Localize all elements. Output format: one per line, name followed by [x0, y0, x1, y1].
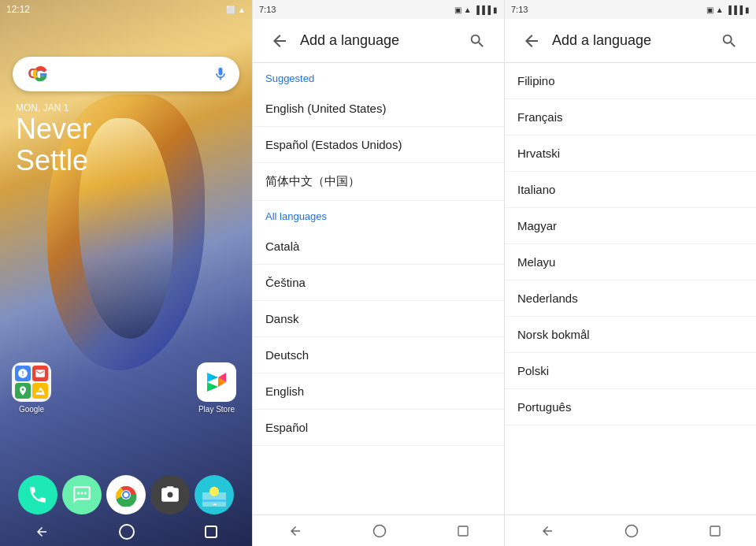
battery-icon: ▮: [493, 6, 498, 14]
right-panel-time: 7:13: [511, 5, 528, 14]
phone-app-icon: [18, 475, 57, 514]
phone-status-icons: ⬜ ▲: [226, 6, 246, 14]
phone-status-bar: 12:12 ⬜ ▲: [0, 0, 252, 19]
right-panel-search-btn[interactable]: [715, 27, 743, 55]
all-languages-header: All languages: [253, 201, 504, 228]
play-store-label: Play Store: [198, 405, 235, 414]
right-panel-status-bar: 7:13 ▣ ▲ ▐▐▐ ▮: [505, 0, 756, 19]
phone-back-nav[interactable]: [35, 525, 49, 539]
dock-phone-icon[interactable]: [18, 475, 57, 514]
lang-item-english[interactable]: English: [253, 373, 504, 410]
lang-item-cestina[interactable]: Čeština: [253, 265, 504, 301]
dock-camera-icon[interactable]: [150, 475, 190, 514]
svg-marker-3: [207, 373, 218, 382]
lang-item-nederlands[interactable]: Nederlands: [505, 280, 756, 317]
chrome-app-icon: [106, 475, 146, 514]
left-recents-nav[interactable]: [457, 525, 469, 537]
lang-item-polski[interactable]: Polski: [505, 353, 756, 389]
google-search-bar[interactable]: G G: [13, 57, 239, 91]
svg-point-7: [77, 492, 80, 494]
left-back-nav[interactable]: [288, 524, 302, 538]
chat-app-icon: [62, 475, 102, 514]
right-panel-title: Add a language: [552, 32, 715, 49]
lang-item-hrvatski[interactable]: Hrvatski: [505, 136, 756, 172]
svg-rect-18: [202, 500, 226, 502]
phone-dock: ☁: [0, 475, 252, 514]
google-apps-label: Google: [19, 405, 44, 414]
signal-icon: ▲: [238, 6, 246, 14]
svg-point-22: [625, 525, 637, 537]
left-panel-time: 7:13: [259, 5, 276, 14]
phone-recents-nav[interactable]: [205, 526, 217, 538]
lang-item-francais[interactable]: Français: [505, 99, 756, 136]
phone-date-day: MON, JAN 1: [16, 102, 91, 113]
left-home-nav[interactable]: [372, 524, 387, 538]
lang-item-magyar[interactable]: Magyar: [505, 208, 756, 244]
lang-item-catala[interactable]: Català: [253, 228, 504, 265]
right-panel-lang-list: Filipino Français Hrvatski Italiano Magy…: [505, 63, 756, 514]
svg-point-9: [84, 492, 87, 494]
lang-item-espanol[interactable]: Español: [253, 410, 504, 446]
phone-time: 12:12: [6, 4, 30, 15]
battery-icon-r: ▮: [745, 6, 750, 14]
phone-date-widget: MON, JAN 1 Never Settle: [16, 102, 91, 176]
camera-app-icon: [150, 475, 190, 514]
left-panel-header: Add a language: [253, 19, 504, 63]
svg-point-17: [209, 487, 219, 496]
dock-weather-icon[interactable]: ☁: [195, 475, 234, 514]
weather-app-icon: ☁: [195, 475, 234, 514]
wifi-icon: ▲: [464, 6, 472, 14]
left-panel-search-btn[interactable]: [463, 27, 491, 55]
svg-marker-5: [207, 382, 218, 392]
right-panel-header: Add a language: [505, 19, 756, 63]
svg-point-20: [373, 525, 385, 537]
svg-point-8: [80, 492, 83, 494]
svg-rect-21: [458, 526, 468, 536]
left-panel-back-btn[interactable]: [265, 27, 294, 55]
right-panel-back-btn[interactable]: [517, 27, 546, 55]
lang-item-italiano[interactable]: Italiano: [505, 172, 756, 208]
lang-item-filipino[interactable]: Filipino: [505, 63, 756, 99]
signal-icon: ▐▐▐: [474, 6, 491, 14]
right-recents-nav[interactable]: [709, 525, 721, 537]
suggested-header: Suggested: [253, 63, 504, 91]
lang-item-portugues[interactable]: Português: [505, 389, 756, 425]
lang-item-espanol-us[interactable]: Español (Estados Unidos): [253, 127, 504, 163]
lang-item-chinese[interactable]: 简体中文（中国）: [253, 163, 504, 201]
svg-text:☁: ☁: [213, 502, 217, 506]
left-panel-lang-list: Suggested English (United States) Españo…: [253, 63, 504, 514]
phone-motto: Never Settle: [16, 113, 91, 176]
right-panel-nav: [505, 514, 756, 546]
google-g-icon: [29, 63, 51, 85]
lang-item-dansk[interactable]: Dansk: [253, 301, 504, 337]
phone-panel: 12:12 ⬜ ▲ G G: [0, 0, 252, 546]
lang-item-norsk[interactable]: Norsk bokmål: [505, 317, 756, 353]
drive-mini-icon: [32, 383, 48, 399]
voice-search-icon[interactable]: [211, 65, 230, 84]
lang-item-melayu[interactable]: Melayu: [505, 244, 756, 280]
left-panel-status-icons: ▣ ▲ ▐▐▐ ▮: [454, 6, 498, 14]
left-panel-title: Add a language: [300, 32, 463, 49]
play-store-icon-graphic: [197, 362, 236, 402]
google-apps-icon[interactable]: Google: [12, 362, 51, 414]
wifi-icon-r: ▲: [716, 6, 724, 14]
right-home-nav[interactable]: [624, 524, 639, 538]
screenshot-icon: ▣: [706, 6, 713, 14]
maps-mini-icon: [15, 383, 31, 399]
svg-point-14: [124, 492, 128, 497]
signal-icon-r: ▐▐▐: [726, 6, 743, 14]
right-back-nav[interactable]: [540, 524, 554, 538]
lang-panel-right: 7:13 ▣ ▲ ▐▐▐ ▮ Add a language Filipi: [504, 0, 756, 546]
phone-home-nav[interactable]: [119, 524, 135, 540]
nfc-icon: ▣: [454, 6, 461, 14]
screen-record-icon: ⬜: [226, 6, 235, 14]
lang-item-english-us[interactable]: English (United States): [253, 91, 504, 127]
play-store-app[interactable]: Play Store: [197, 362, 236, 414]
dock-chrome-icon[interactable]: [106, 475, 146, 514]
left-panel-nav: [253, 514, 504, 546]
lang-item-deutsch[interactable]: Deutsch: [253, 337, 504, 373]
google-cluster-grid: [12, 362, 51, 402]
right-panel-status-icons: ▣ ▲ ▐▐▐ ▮: [706, 6, 750, 14]
left-panel-status-bar: 7:13 ▣ ▲ ▐▐▐ ▮: [253, 0, 504, 19]
dock-chat-icon[interactable]: [62, 475, 102, 514]
